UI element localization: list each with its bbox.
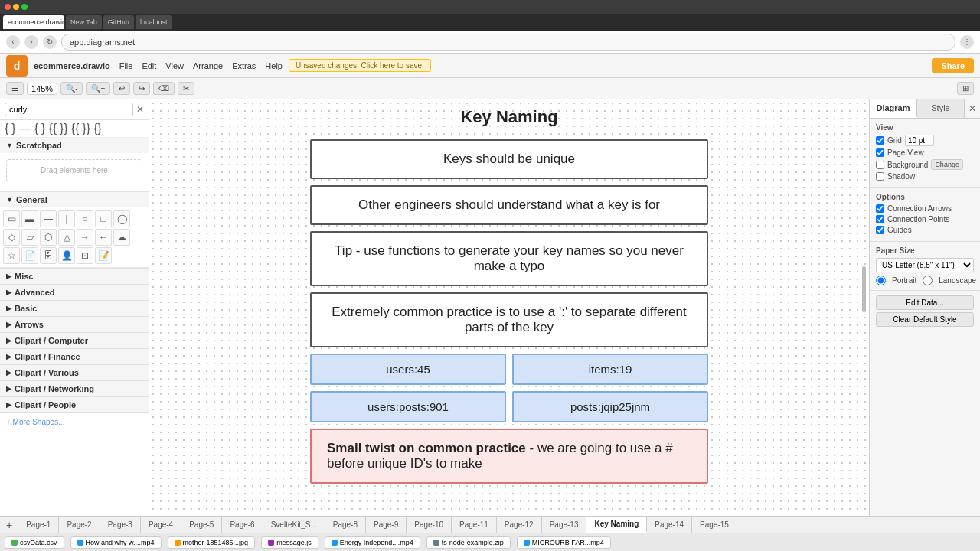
redo-btn[interactable]: ↪	[133, 82, 150, 95]
shape-dbl-curly-2[interactable]: }}	[60, 122, 68, 135]
taskbar-item-7[interactable]: MICROURB FAR...mp4	[517, 536, 611, 549]
grid-value-input[interactable]	[905, 135, 934, 146]
maximize-window-btn[interactable]	[21, 4, 28, 10]
shape-ellipse[interactable]: ○	[77, 210, 93, 227]
misc-header[interactable]: ▶ Misc	[0, 269, 149, 284]
more-shapes-btn[interactable]: + More Shapes...	[0, 413, 149, 431]
page-tab-3[interactable]: Page-3	[100, 517, 141, 533]
shape-curly-3[interactable]: {	[34, 122, 38, 135]
unsaved-changes-btn[interactable]: Unsaved changes: Click here to save.	[289, 59, 431, 72]
clipart-networking-header[interactable]: ▶ Clipart / Networking	[0, 381, 149, 396]
page-tab-10[interactable]: Page-10	[407, 517, 452, 533]
shape-cloud[interactable]: ☁	[113, 229, 130, 246]
browser-tab-4[interactable]: localhost	[136, 15, 172, 29]
undo-btn[interactable]: ↩	[113, 82, 130, 95]
advanced-header[interactable]: ▶ Advanced	[0, 285, 149, 300]
page-tab-14[interactable]: Page-14	[647, 517, 692, 533]
shape-curly-1[interactable]: {	[5, 122, 8, 135]
cut-btn[interactable]: ✂	[178, 82, 194, 95]
forward-btn[interactable]: ›	[24, 35, 38, 49]
format-btn[interactable]: ⊞	[957, 82, 974, 95]
conn-points-checkbox[interactable]	[876, 215, 884, 223]
browser-tab-2[interactable]: New Tab	[66, 15, 102, 29]
shape-parallelogram[interactable]: ▱	[21, 229, 38, 246]
taskbar-item-6[interactable]: ts-node-example.zip	[426, 536, 511, 549]
url-bar[interactable]: app.diagrams.net	[61, 34, 956, 51]
shape-line-h[interactable]: —	[40, 210, 57, 227]
shape-square[interactable]: □	[95, 210, 112, 227]
menu-arrange[interactable]: Arrange	[193, 61, 223, 70]
clipart-computer-header[interactable]: ▶ Clipart / Computer	[0, 333, 149, 348]
shape-star[interactable]: ☆	[3, 247, 20, 264]
kv-item-2[interactable]: items:19	[512, 354, 708, 385]
grid-checkbox[interactable]	[876, 136, 884, 145]
background-checkbox[interactable]	[876, 161, 884, 169]
browser-tab-3[interactable]: GitHub	[103, 15, 134, 29]
paper-size-select[interactable]: US-Letter (8.5" x 11")	[876, 258, 974, 272]
back-btn[interactable]: ‹	[6, 35, 20, 49]
kv-item-1[interactable]: users:45	[310, 354, 506, 385]
minimize-window-btn[interactable]	[13, 4, 19, 10]
shape-empty-curly[interactable]: {}	[93, 122, 102, 135]
shape-line-v[interactable]: |	[58, 210, 75, 227]
tab-diagram[interactable]: Diagram	[870, 99, 917, 118]
canvas-area[interactable]: Key Naming Keys should be unique Other e…	[149, 99, 869, 516]
page-view-checkbox[interactable]	[876, 148, 884, 157]
scroll-indicator[interactable]	[862, 266, 866, 312]
shape-dbl-curly-1[interactable]: {{	[48, 122, 57, 135]
shape-tri[interactable]: △	[58, 229, 75, 246]
clear-style-btn[interactable]: Clear Default Style	[876, 312, 974, 327]
page-tab-2[interactable]: Page-2	[59, 517, 100, 533]
extensions-btn[interactable]: ⋮	[960, 35, 974, 49]
shape-search-input[interactable]	[5, 103, 133, 116]
taskbar-item-5[interactable]: Energy Independ....mp4	[325, 536, 420, 549]
zoom-in-btn[interactable]: 🔍+	[86, 82, 110, 95]
portrait-radio[interactable]	[876, 276, 886, 285]
clipart-finance-header[interactable]: ▶ Clipart / Finance	[0, 349, 149, 364]
share-btn[interactable]: Share	[932, 58, 974, 73]
diagram-box-3[interactable]: Tip - use functions to generate your key…	[310, 231, 708, 286]
shape-curly-4[interactable]: }	[41, 122, 45, 135]
page-tab-4[interactable]: Page-4	[141, 517, 181, 533]
page-tab-15[interactable]: Page-15	[692, 517, 737, 533]
twist-box[interactable]: Small twist on common practice - we are …	[310, 429, 708, 484]
shape-line[interactable]: —	[19, 122, 31, 135]
basic-header[interactable]: ▶ Basic	[0, 301, 149, 316]
page-tab-8[interactable]: Page-8	[325, 517, 366, 533]
tab-style[interactable]: Style	[917, 99, 965, 118]
page-tab-6[interactable]: Page-6	[222, 517, 263, 533]
guides-checkbox[interactable]	[876, 226, 884, 234]
taskbar-item-3[interactable]: mother-1851485...jpg	[168, 536, 256, 549]
shape-doc[interactable]: 📄	[21, 247, 38, 264]
shape-rect[interactable]: ▭	[3, 210, 20, 227]
diagram-box-4[interactable]: Extremely common practice is to use a ':…	[310, 292, 708, 347]
kv-item-4[interactable]: posts:jqip25jnm	[512, 391, 708, 422]
shape-rect2[interactable]: ▬	[21, 210, 38, 227]
clipart-people-header[interactable]: ▶ Clipart / People	[0, 397, 149, 412]
shape-cylinder[interactable]: 🗄	[40, 247, 57, 264]
edit-data-btn[interactable]: Edit Data...	[876, 295, 974, 310]
add-page-btn[interactable]: +	[0, 517, 18, 533]
delete-btn[interactable]: ⌫	[153, 82, 175, 95]
shape-person[interactable]: 👤	[58, 247, 75, 264]
landscape-radio[interactable]	[923, 276, 933, 285]
shape-process[interactable]: ⊡	[77, 247, 93, 264]
clipart-various-header[interactable]: ▶ Clipart / Various	[0, 365, 149, 380]
page-tab-11[interactable]: Page-11	[452, 517, 497, 533]
zoom-out-btn[interactable]: 🔍-	[60, 82, 83, 95]
page-tab-1[interactable]: Page-1	[18, 517, 59, 533]
sidebar-toggle-btn[interactable]: ☰	[6, 82, 24, 95]
shape-dbl-curly-3[interactable]: {{	[71, 122, 80, 135]
reload-btn[interactable]: ↻	[43, 35, 57, 49]
menu-edit[interactable]: Edit	[142, 61, 156, 70]
general-header[interactable]: ▼ General	[0, 192, 149, 207]
page-tab-sveltekit[interactable]: SvelteKit_S...	[263, 517, 325, 533]
menu-extras[interactable]: Extras	[232, 61, 256, 70]
shadow-checkbox[interactable]	[876, 172, 884, 181]
menu-view[interactable]: View	[165, 61, 184, 70]
menu-file[interactable]: File	[119, 61, 133, 70]
diagram-box-2[interactable]: Other engineers should understand what a…	[310, 185, 708, 225]
arrows-header[interactable]: ▶ Arrows	[0, 317, 149, 332]
browser-tab-active[interactable]: ecommerce.drawio	[3, 15, 64, 29]
shape-curly-2[interactable]: }	[11, 122, 15, 135]
